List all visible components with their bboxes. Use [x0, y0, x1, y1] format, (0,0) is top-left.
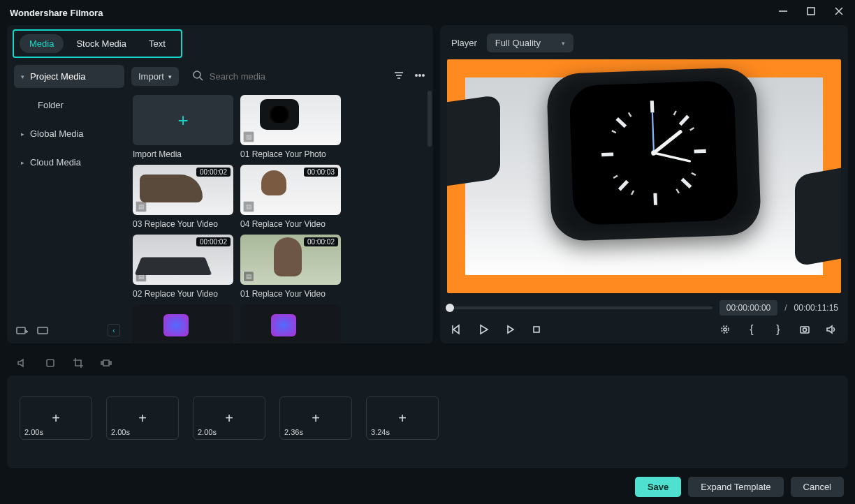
color-icon[interactable] — [43, 356, 57, 370]
transport-bar: 00:00:00:00 / 00:00:11:15 — [447, 293, 841, 316]
quality-dropdown[interactable]: Full Quality ▾ — [487, 34, 573, 52]
import-label: Import — [138, 71, 164, 82]
new-folder-icon[interactable] — [15, 324, 28, 336]
card-label: 03 Replace Your Video — [133, 219, 233, 229]
media-panel: Media Stock Media Text ▾ Project Media F… — [7, 25, 433, 343]
stop-icon[interactable] — [529, 323, 543, 336]
plus-icon: + — [138, 410, 147, 427]
timeline-slot[interactable]: +2.00s — [193, 396, 265, 440]
media-card[interactable]: ▧ 01 Replace Your Photo — [240, 95, 341, 159]
card-label: 01 Replace Your Video — [240, 289, 341, 299]
play-small-icon[interactable] — [503, 323, 517, 336]
tab-stock-media[interactable]: Stock Media — [66, 34, 136, 53]
sidebar-item-project-media[interactable]: ▾ Project Media — [14, 65, 124, 88]
time-total: 00:00:11:15 — [794, 303, 838, 313]
preview-viewport[interactable] — [447, 59, 841, 293]
save-button[interactable]: Save — [635, 477, 681, 497]
duration-badge: 00:00:03 — [304, 168, 338, 177]
bracket-close-icon[interactable]: } — [771, 323, 785, 336]
progress-knob[interactable] — [446, 304, 454, 312]
collapse-sidebar-icon[interactable]: ‹ — [108, 324, 120, 336]
audio-icon[interactable] — [15, 356, 29, 370]
maximize-icon[interactable] — [805, 5, 817, 20]
media-card[interactable] — [133, 304, 233, 343]
svg-marker-47 — [18, 360, 23, 366]
cancel-button[interactable]: Cancel — [791, 477, 844, 497]
card-label: Import Media — [133, 149, 233, 159]
play-icon[interactable] — [476, 323, 490, 336]
svg-marker-46 — [827, 326, 832, 333]
media-card[interactable]: 00:00:02 ▤ 01 Replace Your Video — [240, 235, 341, 299]
timeline-slot[interactable]: +2.36s — [279, 396, 352, 440]
svg-rect-50 — [101, 362, 103, 364]
svg-line-17 — [652, 101, 652, 112]
bracket-open-icon[interactable]: { — [745, 323, 759, 336]
more-icon[interactable] — [414, 69, 426, 84]
player-label: Player — [451, 38, 477, 48]
media-card[interactable]: 00:00:03 ▤ 04 Replace Your Video — [240, 165, 341, 229]
duration-badge: 00:00:02 — [196, 237, 231, 246]
progress-bar[interactable] — [450, 306, 712, 309]
lower-area: +2.00s +2.00s +2.00s +2.36s +3.24s Save … — [7, 350, 848, 497]
svg-rect-48 — [47, 360, 54, 366]
svg-rect-51 — [110, 362, 111, 364]
sidebar-item-cloud-media[interactable]: ▸ Cloud Media — [14, 151, 124, 174]
chevron-down-icon: ▾ — [562, 40, 565, 47]
footer: Save Expand Template Cancel — [7, 468, 848, 497]
sidebar-item-folder[interactable]: Folder — [14, 94, 124, 117]
slot-duration: 2.36s — [284, 428, 303, 436]
prev-frame-icon[interactable] — [450, 323, 464, 336]
svg-point-45 — [803, 328, 807, 332]
sidebar-item-label: Folder — [38, 100, 64, 110]
import-button[interactable]: Import ▾ — [131, 67, 179, 86]
crop-icon[interactable] — [71, 356, 85, 370]
video-icon: ▤ — [136, 201, 147, 212]
search-input[interactable] — [210, 71, 380, 82]
svg-rect-12 — [17, 327, 25, 334]
svg-line-18 — [655, 193, 656, 205]
close-icon[interactable] — [833, 5, 845, 20]
folder-icon[interactable] — [36, 324, 49, 336]
app-window: Wondershare Filmora Media Stock Media Te… — [0, 0, 855, 504]
gear-icon[interactable] — [718, 323, 732, 336]
media-card[interactable]: 00:00:02 ▤ 02 Replace Your Video — [133, 235, 233, 299]
quality-value: Full Quality — [495, 38, 541, 48]
preview-panel: Player Full Quality ▾ — [440, 25, 848, 343]
video-icon: ▤ — [136, 271, 147, 282]
sidebar-item-label: Project Media — [30, 71, 85, 82]
sidebar-item-label: Global Media — [30, 128, 84, 139]
snapshot-icon[interactable] — [798, 323, 812, 336]
media-sidebar: ▾ Project Media Folder ▸ Global Media ▸ — [14, 65, 124, 343]
svg-point-11 — [423, 74, 424, 75]
sidebar-item-global-media[interactable]: ▸ Global Media — [14, 122, 124, 145]
timeline-slot[interactable]: +2.00s — [20, 396, 92, 440]
media-content: Import ▾ — [131, 65, 426, 343]
svg-point-9 — [416, 74, 417, 75]
video-icon: ▤ — [243, 271, 254, 282]
scrollbar[interactable] — [428, 91, 432, 147]
sidebar-footer: ‹ — [15, 324, 120, 336]
timeline-slot[interactable]: +3.24s — [366, 396, 439, 440]
speed-icon[interactable] — [99, 356, 113, 370]
volume-icon[interactable] — [824, 323, 838, 336]
expand-template-button[interactable]: Expand Template — [688, 477, 783, 497]
card-label: 02 Replace Your Video — [133, 289, 233, 299]
timeline-slot[interactable]: +2.00s — [106, 396, 179, 440]
slot-duration: 2.00s — [24, 428, 43, 436]
slot-duration: 3.24s — [371, 428, 390, 436]
app-title: Wondershare Filmora — [10, 8, 103, 18]
search-field[interactable] — [186, 65, 386, 88]
duration-badge: 00:00:02 — [304, 237, 338, 246]
filter-icon[interactable] — [393, 69, 405, 84]
tab-media[interactable]: Media — [20, 34, 64, 53]
slot-duration: 2.00s — [198, 428, 217, 436]
import-media-card[interactable]: + Import Media — [133, 95, 233, 159]
media-card[interactable]: 00:00:02 ▤ 03 Replace Your Video — [133, 165, 233, 229]
video-icon: ▤ — [243, 201, 254, 212]
card-label: 04 Replace Your Video — [240, 219, 341, 229]
plus-icon: + — [225, 410, 233, 427]
minimize-icon[interactable] — [777, 5, 789, 20]
tab-text[interactable]: Text — [139, 34, 175, 53]
svg-rect-15 — [38, 327, 48, 334]
media-card[interactable] — [240, 304, 341, 343]
